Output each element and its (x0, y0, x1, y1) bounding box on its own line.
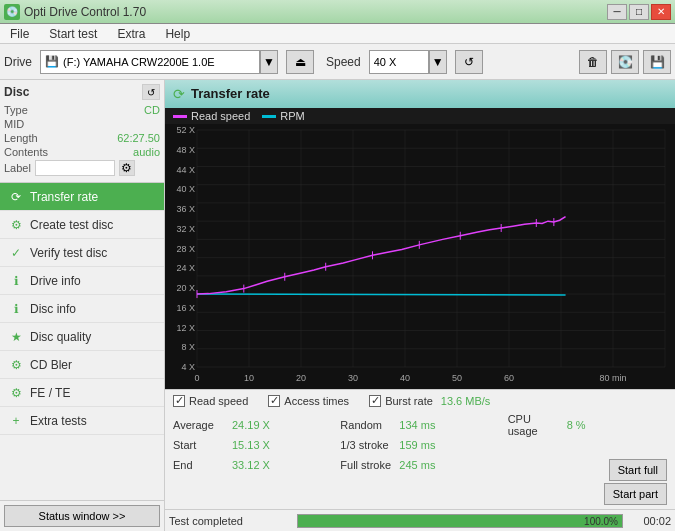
random-label: Random (340, 419, 395, 431)
speed-dropdown-arrow[interactable]: ▼ (429, 50, 447, 74)
stroke-1-3-value: 159 ms (399, 439, 435, 451)
sidebar-nav: ⟳ Transfer rate ⚙ Create test disc ✓ Ver… (0, 183, 164, 435)
transfer-rate-chart (165, 124, 675, 389)
access-times-check-icon: ✓ (268, 395, 280, 407)
content-area: ⟳ Transfer rate Read speed RPM ✓ Read sp… (165, 80, 675, 531)
minimize-button[interactable]: ─ (607, 4, 627, 20)
save-button[interactable]: 💾 (643, 50, 671, 74)
speed-select[interactable]: 40 X (369, 50, 429, 74)
average-value: 24.19 X (232, 419, 270, 431)
nav-disc-quality-label: Disc quality (30, 330, 91, 344)
label-edit-button[interactable]: ⚙ (119, 160, 135, 176)
title-bar: 💿 Opti Drive Control 1.70 ─ □ ✕ (0, 0, 675, 24)
refresh-button[interactable]: ↺ (455, 50, 483, 74)
disc-quality-icon: ★ (8, 329, 24, 345)
legend-rpm: RPM (262, 110, 304, 122)
drive-dropdown-arrow[interactable]: ▼ (260, 50, 278, 74)
progress-bar-container: 100.0% (297, 514, 623, 528)
eject-button[interactable]: ⏏ (286, 50, 314, 74)
menu-extra[interactable]: Extra (111, 25, 151, 43)
contents-label: Contents (4, 146, 48, 158)
status-time: 00:02 (631, 515, 671, 527)
label-input[interactable] (35, 160, 115, 176)
read-speed-checkbox-label: Read speed (189, 395, 248, 407)
nav-verify-test-disc[interactable]: ✓ Verify test disc (0, 239, 164, 267)
menu-start-test[interactable]: Start test (43, 25, 103, 43)
average-label: Average (173, 419, 228, 431)
nav-drive-info-label: Drive info (30, 274, 81, 288)
drive-label: Drive (4, 55, 32, 69)
progress-bar (298, 515, 622, 527)
start-full-button[interactable]: Start full (609, 459, 667, 481)
status-bar: Test completed 100.0% 00:02 (165, 509, 675, 531)
nav-cd-bler[interactable]: ⚙ CD Bler (0, 351, 164, 379)
window-controls: ─ □ ✕ (607, 4, 671, 20)
cpu-value: 8 % (567, 419, 586, 431)
nav-transfer-rate[interactable]: ⟳ Transfer rate (0, 183, 164, 211)
nav-fe-te-label: FE / TE (30, 386, 70, 400)
menu-bar: File Start test Extra Help (0, 24, 675, 44)
action-button-2[interactable]: 💽 (611, 50, 639, 74)
chart-legend: Read speed RPM (165, 108, 675, 124)
access-times-checkbox[interactable]: ✓ Access times (268, 395, 349, 407)
app-title: Opti Drive Control 1.70 (24, 5, 146, 19)
nav-cd-bler-label: CD Bler (30, 358, 72, 372)
chart-checkboxes: ✓ Read speed ✓ Access times ✓ Burst rate… (165, 389, 675, 411)
length-value: 62:27.50 (117, 132, 160, 144)
speed-value: 40 X (374, 56, 397, 68)
chart-header: ⟳ Transfer rate (165, 80, 675, 108)
drive-select[interactable]: 💾 (F:) YAMAHA CRW2200E 1.0E (40, 50, 260, 74)
type-label: Type (4, 104, 28, 116)
legend-read-speed-label: Read speed (191, 110, 250, 122)
full-stroke-label: Full stroke (340, 459, 395, 471)
menu-file[interactable]: File (4, 25, 35, 43)
nav-drive-info[interactable]: ℹ Drive info (0, 267, 164, 295)
read-speed-check-icon: ✓ (173, 395, 185, 407)
menu-help[interactable]: Help (159, 25, 196, 43)
start-part-button[interactable]: Start part (604, 483, 667, 505)
status-window-button[interactable]: Status window >> (4, 505, 160, 527)
start-label: Start (173, 439, 228, 451)
chart-title: Transfer rate (191, 86, 270, 101)
speed-label: Speed (326, 55, 361, 69)
drive-value: (F:) YAMAHA CRW2200E 1.0E (63, 56, 215, 68)
nav-create-test-disc-label: Create test disc (30, 218, 113, 232)
cd-bler-icon: ⚙ (8, 357, 24, 373)
nav-verify-test-disc-label: Verify test disc (30, 246, 107, 260)
random-value: 134 ms (399, 419, 435, 431)
access-times-checkbox-label: Access times (284, 395, 349, 407)
cpu-label: CPU usage (508, 413, 563, 437)
sidebar: Disc ↺ Type CD MID Length 62:27.50 Conte… (0, 80, 165, 531)
progress-text: 100.0% (584, 515, 618, 528)
start-value: 15.13 X (232, 439, 270, 451)
burst-rate-checkbox[interactable]: ✓ Burst rate 13.6 MB/s (369, 395, 490, 407)
transfer-rate-icon: ⟳ (8, 189, 24, 205)
nav-disc-info[interactable]: ℹ Disc info (0, 295, 164, 323)
mid-label: MID (4, 118, 24, 130)
read-speed-checkbox[interactable]: ✓ Read speed (173, 395, 248, 407)
extra-tests-icon: + (8, 413, 24, 429)
burst-rate-check-icon: ✓ (369, 395, 381, 407)
verify-test-disc-icon: ✓ (8, 245, 24, 261)
erase-button[interactable]: 🗑 (579, 50, 607, 74)
drive-icon: 💾 (45, 55, 59, 68)
completed-text: Test completed (169, 515, 289, 527)
chart-title-icon: ⟳ (173, 86, 185, 102)
legend-read-speed: Read speed (173, 110, 250, 122)
full-stroke-value: 245 ms (399, 459, 435, 471)
close-button[interactable]: ✕ (651, 4, 671, 20)
burst-rate-value: 13.6 MB/s (441, 395, 491, 407)
chart-container (165, 124, 675, 389)
nav-create-test-disc[interactable]: ⚙ Create test disc (0, 211, 164, 239)
nav-fe-te[interactable]: ⚙ FE / TE (0, 379, 164, 407)
nav-disc-quality[interactable]: ★ Disc quality (0, 323, 164, 351)
end-value: 33.12 X (232, 459, 270, 471)
maximize-button[interactable]: □ (629, 4, 649, 20)
nav-extra-tests[interactable]: + Extra tests (0, 407, 164, 435)
legend-rpm-label: RPM (280, 110, 304, 122)
nav-transfer-rate-label: Transfer rate (30, 190, 98, 204)
stats-area: Average 24.19 X Start 15.13 X End 33.12 … (165, 411, 675, 509)
app-icon: 💿 (4, 4, 20, 20)
disc-refresh-button[interactable]: ↺ (142, 84, 160, 100)
contents-value: audio (133, 146, 160, 158)
